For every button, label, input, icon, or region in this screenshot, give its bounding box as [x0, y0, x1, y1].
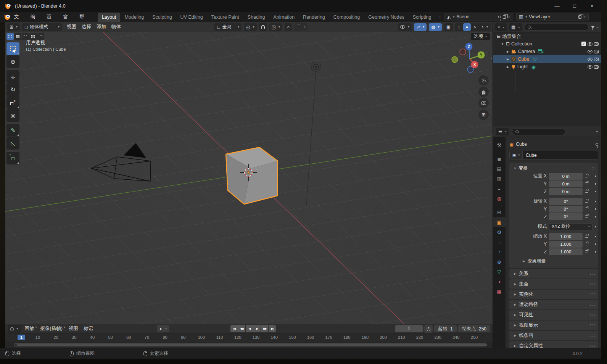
lock-icon[interactable]	[585, 250, 588, 253]
delta-transform-panel[interactable]: ▶变换增量	[512, 257, 596, 265]
scale-z-field[interactable]: 1.000	[549, 248, 583, 255]
snap-target-selector[interactable]: ◳▾	[269, 23, 282, 31]
move-tool[interactable]: ↔↕	[6, 70, 19, 83]
workspace-tab[interactable]: Sculpting	[148, 13, 176, 22]
shading-rendered-button[interactable]: ◔▾	[479, 23, 490, 31]
shading-material-button[interactable]: ◑	[471, 23, 478, 31]
remove-viewlayer-icon[interactable]: ×	[583, 14, 586, 19]
scrollbar-knob[interactable]	[14, 344, 17, 346]
shading-solid-button[interactable]: ●	[463, 23, 470, 31]
blender-menu-logo-icon[interactable]	[4, 13, 11, 20]
current-frame-field[interactable]: 1	[395, 325, 423, 332]
unlink-scene-icon[interactable]: ×	[508, 14, 510, 19]
ruler-frame-label[interactable]: 160	[307, 335, 314, 340]
jump-to-end-button[interactable]: ▶|	[269, 325, 276, 332]
animate-dot[interactable]	[595, 201, 596, 202]
outliner-editor-type-button[interactable]: ≡▾	[495, 23, 507, 31]
expand-icon[interactable]: ▶	[506, 58, 510, 61]
ruler-frame-label[interactable]: 170	[325, 335, 332, 340]
pan-view-button[interactable]	[478, 87, 489, 97]
select-intersect-button[interactable]	[37, 33, 44, 40]
collapsed-panel[interactable]: ▶ 自定义属性 ∷∷	[509, 341, 598, 348]
camera-view-button[interactable]	[478, 98, 489, 108]
select-circle-button[interactable]	[22, 33, 29, 40]
animate-dot[interactable]	[595, 183, 596, 185]
hide-eye-icon[interactable]	[588, 42, 593, 46]
rot-y-field[interactable]: 0°	[549, 206, 583, 213]
collapsed-panel[interactable]: ▶ 可见性 ∷∷	[509, 310, 598, 320]
ortho-grid-button[interactable]: ⊞	[478, 110, 489, 120]
render-visibility-icon[interactable]	[594, 50, 599, 53]
animate-dot[interactable]	[595, 208, 596, 210]
menu-item[interactable]: 编辑	[27, 12, 43, 22]
transform-orientation-selector[interactable]: ∟全局▾	[214, 23, 242, 31]
playback-menu[interactable]: 回放	[22, 325, 37, 332]
menu-item[interactable]: 文件	[11, 12, 27, 22]
lock-icon[interactable]	[585, 182, 588, 185]
add-workspace-button[interactable]: +	[435, 14, 444, 20]
tab-physics[interactable]: ◔	[493, 247, 506, 257]
select-lasso-button[interactable]	[29, 33, 37, 40]
cube-object[interactable]	[226, 147, 278, 204]
menu-item[interactable]: 窗口	[60, 12, 76, 22]
properties-editor-type-button[interactable]: ☰▾	[496, 128, 509, 135]
ruler-frame-label[interactable]: 40	[90, 335, 95, 340]
cursor-tool[interactable]: ⊕	[6, 55, 19, 68]
measure-tool[interactable]: ◺	[6, 137, 19, 150]
region-collapse-arrow[interactable]: ‹	[491, 56, 492, 60]
annotate-tool[interactable]: ✎	[6, 124, 19, 137]
render-visibility-icon[interactable]	[594, 42, 599, 46]
next-keyframe-button[interactable]: ◆▶	[261, 325, 268, 332]
collapse-icon[interactable]: ▼	[501, 42, 504, 46]
animate-dot[interactable]	[595, 226, 596, 227]
camera-object[interactable]	[91, 143, 151, 181]
workspace-tab[interactable]: Geometry Nodes	[364, 13, 408, 22]
navigation-gizmo[interactable]: Z Y X	[451, 40, 487, 74]
rotation-mode-dropdown[interactable]: XYZ 欧拉▾	[549, 223, 593, 230]
axis-neg-y-handle[interactable]	[452, 56, 458, 63]
transform-tool[interactable]: ◎	[6, 109, 19, 122]
lock-icon[interactable]	[585, 208, 588, 210]
select-box-tool[interactable]	[6, 42, 19, 55]
panel-grip-icon[interactable]: ∷∷	[590, 313, 595, 317]
outliner-row-light[interactable]: ▶ Light ◉	[493, 63, 601, 71]
properties-search-input[interactable]	[512, 128, 565, 135]
ruler-frame-label[interactable]: 230	[434, 335, 441, 340]
new-viewlayer-icon[interactable]	[578, 15, 581, 19]
snap-toggle[interactable]	[259, 23, 267, 31]
tab-scene[interactable]: ◒	[493, 184, 506, 193]
ruler-frame-label[interactable]: 10	[35, 335, 40, 340]
ruler-frame-label[interactable]: 110	[216, 335, 223, 340]
lock-icon[interactable]	[585, 175, 588, 177]
ruler-frame-label[interactable]: 70	[145, 335, 149, 340]
collection-row[interactable]: ▼ ⊟ Collection ✓	[493, 40, 601, 48]
animate-dot[interactable]	[595, 236, 596, 237]
ruler-frame-label[interactable]: 50	[108, 335, 113, 340]
scene-collection-row[interactable]: ⊟ 场景集合	[493, 32, 601, 40]
ruler-frame-label[interactable]: 150	[289, 335, 296, 340]
proportional-falloff-selector[interactable]: ⌒▾	[294, 23, 308, 31]
collapsed-panel[interactable]: ▶ 关系 ∷∷	[509, 269, 598, 279]
rotate-tool[interactable]: ↻	[6, 83, 19, 96]
panel-grip-icon[interactable]: ∷∷	[590, 344, 595, 348]
ruler-frame-label[interactable]: 60	[126, 335, 131, 340]
render-visibility-icon[interactable]	[594, 58, 599, 61]
outliner-display-mode-button[interactable]: ▤▾	[509, 23, 522, 31]
workspace-tab[interactable]: Texture Paint	[207, 13, 243, 22]
object-name-field[interactable]: ▣▾ Cube	[509, 151, 598, 159]
viewport-menu-item[interactable]: 物体	[109, 24, 124, 30]
tab-object-data[interactable]: ▽	[493, 267, 506, 277]
loc-z-field[interactable]: 0 m	[549, 188, 583, 195]
workspace-tab[interactable]: Modeling	[120, 13, 148, 22]
ruler-frame-label[interactable]: 210	[398, 335, 405, 340]
add-cube-tool[interactable]: □+	[6, 152, 19, 164]
panel-grip-icon[interactable]: ∷∷	[590, 323, 595, 327]
collapsed-panel[interactable]: ▶ 线条画 ∷∷	[509, 331, 598, 340]
gizmos-toggle[interactable]: ↗▾	[414, 23, 427, 31]
ruler-frame-label[interactable]: 220	[416, 335, 423, 340]
tab-constraints[interactable]: ⊛	[493, 257, 506, 267]
hide-eye-icon[interactable]	[588, 50, 593, 53]
tab-particles[interactable]: ∴	[493, 237, 506, 247]
jump-to-start-button[interactable]: |◀	[230, 325, 238, 332]
workspace-tab[interactable]: Animation	[269, 13, 299, 22]
